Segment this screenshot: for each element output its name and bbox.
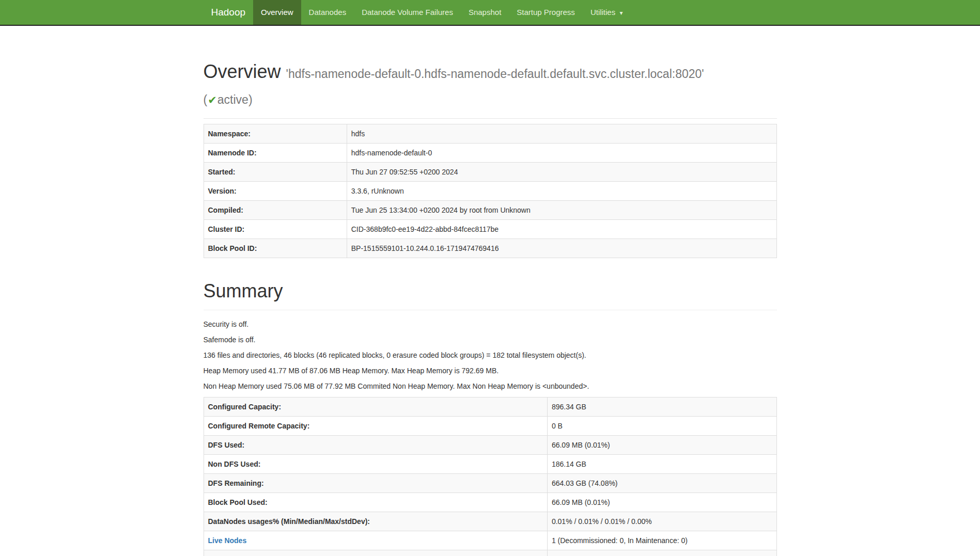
brand-hadoop[interactable]: Hadoop [204, 0, 254, 25]
page-title-text: Overview [204, 61, 281, 82]
state-close-paren: ) [248, 93, 253, 106]
row-value: 664.03 GB (74.08%) [547, 473, 776, 493]
row-value: 0.01% / 0.01% / 0.01% / 0.00% [547, 512, 776, 531]
row-value: Thu Jun 27 09:52:55 +0200 2024 [347, 163, 776, 182]
table-row: Namenode ID: hdfs-namenode-default-0 [204, 144, 776, 163]
table-row: Configured Remote Capacity: 0 B [204, 416, 776, 435]
main-content: Overview 'hdfs-namenode-default-0.hdfs-n… [196, 59, 785, 556]
row-label: Started: [204, 163, 347, 182]
row-label: Version: [204, 182, 347, 201]
overview-table: Namespace: hdfs Namenode ID: hdfs-nameno… [204, 124, 777, 258]
table-row: Compiled: Tue Jun 25 13:34:00 +0200 2024… [204, 201, 776, 220]
safemode-status-line: Safemode is off. [204, 335, 777, 345]
table-row: Block Pool Used: 66.09 MB (0.01%) [204, 493, 776, 512]
security-status-line: Security is off. [204, 320, 777, 330]
row-label: Dead Nodes [204, 550, 547, 556]
row-value: hdfs [347, 124, 776, 144]
table-row: Live Nodes 1 (Decommissioned: 0, In Main… [204, 531, 776, 550]
row-value: 66.09 MB (0.01%) [547, 493, 776, 512]
row-label: Live Nodes [204, 531, 547, 550]
non-heap-memory-line: Non Heap Memory used 75.06 MB of 77.92 M… [204, 382, 777, 392]
check-icon: ✔ [207, 94, 217, 106]
table-row: DFS Remaining: 664.03 GB (74.08%) [204, 473, 776, 493]
nav-item-utilities-dropdown[interactable]: Utilities ▾ [583, 0, 631, 25]
row-value: 0 (Decommissioned: 0, In Maintenance: 0) [547, 550, 776, 556]
table-row: Started: Thu Jun 27 09:52:55 +0200 2024 [204, 163, 776, 182]
namenode-state: (✔active) [204, 93, 253, 106]
row-label: Configured Remote Capacity: [204, 416, 547, 435]
state-label: active [217, 93, 248, 106]
nav-item-overview[interactable]: Overview [253, 0, 301, 25]
nav-item-utilities-label: Utilities [590, 8, 615, 17]
row-label: Configured Capacity: [204, 397, 547, 416]
table-row: Namespace: hdfs [204, 124, 776, 144]
row-label: Namenode ID: [204, 144, 347, 163]
row-value: 896.34 GB [547, 397, 776, 416]
row-label: DFS Remaining: [204, 473, 547, 493]
heap-memory-line: Heap Memory used 41.77 MB of 87.06 MB He… [204, 366, 777, 376]
table-row: Non DFS Used: 186.14 GB [204, 454, 776, 473]
navbar-container: Hadoop Overview Datanodes Datanode Volum… [196, 0, 785, 25]
summary-table: Configured Capacity: 896.34 GB Configure… [204, 397, 777, 556]
row-value: 186.14 GB [547, 454, 776, 473]
main-nav: Overview Datanodes Datanode Volume Failu… [253, 0, 630, 25]
summary-heading: Summary [204, 278, 777, 310]
row-value: CID-368b9fc0-ee19-4d22-abbd-84fcec8117be [347, 220, 776, 239]
row-value: Tue Jun 25 13:34:00 +0200 2024 by root f… [347, 201, 776, 220]
live-nodes-link[interactable]: Live Nodes [208, 536, 247, 545]
row-value: 3.3.6, rUnknown [347, 182, 776, 201]
nav-item-datanodes[interactable]: Datanodes [301, 0, 354, 25]
row-label: DFS Used: [204, 435, 547, 454]
row-value: BP-1515559101-10.244.0.16-1719474769416 [347, 239, 776, 258]
namenode-address: 'hdfs-namenode-default-0.hdfs-namenode-d… [286, 67, 704, 81]
row-value: 0 B [547, 416, 776, 435]
table-row: DataNodes usages% (Min/Median/Max/stdDev… [204, 512, 776, 531]
row-label: Compiled: [204, 201, 347, 220]
row-label: Namespace: [204, 124, 347, 144]
page-title: Overview 'hdfs-namenode-default-0.hdfs-n… [204, 59, 777, 110]
table-row: Configured Capacity: 896.34 GB [204, 397, 776, 416]
title-divider [204, 118, 777, 119]
nav-item-startup-progress[interactable]: Startup Progress [509, 0, 583, 25]
table-row: Version: 3.3.6, rUnknown [204, 182, 776, 201]
table-row: Block Pool ID: BP-1515559101-10.244.0.16… [204, 239, 776, 258]
row-label: Cluster ID: [204, 220, 347, 239]
table-row: DFS Used: 66.09 MB (0.01%) [204, 435, 776, 454]
filesystem-objects-line: 136 files and directories, 46 blocks (46… [204, 351, 777, 361]
caret-down-icon: ▾ [619, 9, 623, 17]
row-value: 1 (Decommissioned: 0, In Maintenance: 0) [547, 531, 776, 550]
table-row: Cluster ID: CID-368b9fc0-ee19-4d22-abbd-… [204, 220, 776, 239]
nav-item-snapshot[interactable]: Snapshot [461, 0, 509, 25]
row-label: Non DFS Used: [204, 454, 547, 473]
table-row: Dead Nodes 0 (Decommissioned: 0, In Main… [204, 550, 776, 556]
nav-item-datanode-volume-failures[interactable]: Datanode Volume Failures [354, 0, 461, 25]
row-label: Block Pool ID: [204, 239, 347, 258]
row-label: Block Pool Used: [204, 493, 547, 512]
row-label: DataNodes usages% (Min/Median/Max/stdDev… [204, 512, 547, 531]
row-value: hdfs-namenode-default-0 [347, 144, 776, 163]
navbar: Hadoop Overview Datanodes Datanode Volum… [0, 0, 980, 26]
summary-text-block: Security is off. Safemode is off. 136 fi… [204, 320, 777, 392]
row-value: 66.09 MB (0.01%) [547, 435, 776, 454]
